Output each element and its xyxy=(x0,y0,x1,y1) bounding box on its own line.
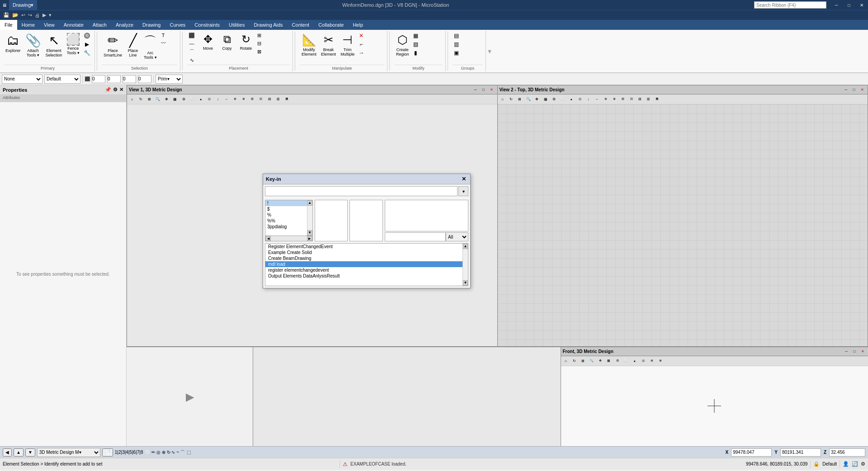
v1-home[interactable]: ⌂ xyxy=(128,95,136,103)
v2-btn4[interactable]: ↕ xyxy=(585,95,593,103)
qa-save[interactable]: 💾 xyxy=(2,12,11,18)
v2-settings[interactable]: ⚙ xyxy=(550,95,558,103)
v1-btn3[interactable]: ◎ xyxy=(205,95,213,103)
v2-btn7[interactable]: ⊗ xyxy=(610,95,618,103)
v1-btn2[interactable]: ● xyxy=(197,95,205,103)
history-item-5[interactable]: register elementchangedevent xyxy=(265,267,462,273)
v3-btn9[interactable]: ● xyxy=(631,357,639,365)
close-button[interactable]: ✕ xyxy=(855,0,868,10)
qa-undo[interactable]: ↩ xyxy=(20,12,27,18)
v2-btn9[interactable]: ⊟ xyxy=(627,95,636,103)
nav-back[interactable]: ◀ xyxy=(3,448,12,457)
v3-btn10[interactable]: ◎ xyxy=(639,357,647,365)
color-dropdown[interactable]: Default xyxy=(44,75,80,84)
rotate-button[interactable]: ↻ Rotate xyxy=(237,32,255,56)
model-dropdown[interactable]: 3D Metric Design M▾ xyxy=(37,448,100,457)
weight-input3[interactable] xyxy=(123,75,136,83)
keyin-item-exclaim[interactable]: ! xyxy=(265,200,307,206)
extend-btn[interactable]: → xyxy=(357,49,365,57)
line-small-btn[interactable]: — xyxy=(187,40,196,47)
level-dropdown[interactable]: None xyxy=(2,75,42,84)
v1-btn1[interactable]: ⬜ xyxy=(188,95,196,103)
break-element-button[interactable]: ✂ BreakElement xyxy=(319,32,338,58)
menu-analyze[interactable]: Analyze xyxy=(111,20,138,30)
history-item-1[interactable]: Register ElementChangedEvent xyxy=(265,244,462,250)
keyin-close-btn[interactable]: ✕ xyxy=(460,175,467,183)
v2-btn11[interactable]: ▥ xyxy=(645,95,653,103)
wave-small-btn[interactable]: 〰 xyxy=(160,39,167,47)
weight-input2[interactable] xyxy=(107,75,121,83)
fence-tools-button[interactable]: ⬜ FenceTools ▾ xyxy=(65,32,82,57)
v2-btn3[interactable]: ◎ xyxy=(576,95,584,103)
v3-btn2[interactable]: ↻ xyxy=(571,357,579,365)
v2-zoom[interactable]: 🔍 xyxy=(524,95,533,103)
menu-content[interactable]: Content xyxy=(288,20,314,30)
v2-btn10[interactable]: ▤ xyxy=(636,95,644,103)
attach-tools-button[interactable]: 📎 AttachTools ▾ xyxy=(24,32,43,59)
ribbon-small-btn2[interactable]: ▶ xyxy=(82,40,92,48)
delete-btn[interactable]: ✕ xyxy=(357,32,365,40)
hatch-btn[interactable]: ▦ xyxy=(412,32,420,40)
arc-small-btn[interactable]: ⌒ xyxy=(187,47,196,56)
v1-btn5[interactable]: ↔ xyxy=(222,95,231,103)
v2-home[interactable]: ⌂ xyxy=(499,95,507,103)
scale-btn[interactable]: ⊞ xyxy=(256,32,263,39)
v3-btn7[interactable]: ⚙ xyxy=(613,357,622,365)
properties-pin-icon[interactable]: 📌 xyxy=(105,87,111,93)
nav-up[interactable]: ▲ xyxy=(14,448,24,457)
explorer-button[interactable]: 🗂 Explorer xyxy=(4,32,23,54)
v3-btn11[interactable]: ⊕ xyxy=(648,357,656,365)
view3-close[interactable]: ✕ xyxy=(859,348,866,355)
keyin-filter-input[interactable] xyxy=(385,232,446,241)
v2-btn2[interactable]: ● xyxy=(567,95,576,103)
view2-restore[interactable]: □ xyxy=(850,86,858,94)
qa-print[interactable]: 🖨 xyxy=(33,13,41,18)
menu-constraints[interactable]: Constraints xyxy=(190,20,224,30)
menu-utilities[interactable]: Utilities xyxy=(224,20,249,30)
v1-fit[interactable]: ⊠ xyxy=(145,95,153,103)
view2-close[interactable]: ✕ xyxy=(859,86,866,94)
v2-pan[interactable]: ✥ xyxy=(533,95,541,103)
pattern-btn[interactable]: ▧ xyxy=(412,40,420,48)
v3-btn1[interactable]: ⌂ xyxy=(562,357,570,365)
menu-drawing[interactable]: Drawing xyxy=(138,20,165,30)
v1-zoom-in[interactable]: 🔍 xyxy=(154,95,162,103)
menu-home[interactable]: Home xyxy=(17,20,39,30)
menu-view[interactable]: View xyxy=(39,20,59,30)
v1-settings[interactable]: ⚙ xyxy=(179,95,188,103)
v2-rotate[interactable]: ↻ xyxy=(507,95,515,103)
ribbon-small-btn1[interactable]: 🔘 xyxy=(82,32,92,40)
qa-open[interactable]: 📂 xyxy=(11,12,20,18)
menu-drawing-aids[interactable]: Drawing Aids xyxy=(249,20,287,30)
style-dropdown[interactable]: Prim▾ xyxy=(156,75,183,84)
view2-min[interactable]: ─ xyxy=(842,86,849,94)
v1-render[interactable]: ▦ xyxy=(171,95,179,103)
expand-arrow-icon[interactable]: ▶ xyxy=(186,391,194,403)
keyin-sb-down[interactable]: ▼ xyxy=(307,230,312,236)
properties-close-icon[interactable]: ✕ xyxy=(119,87,123,93)
v1-rotate[interactable]: ↻ xyxy=(137,95,145,103)
v1-pan[interactable]: ✥ xyxy=(162,95,170,103)
fill-btn[interactable]: ▮ xyxy=(412,49,420,57)
qa-run[interactable]: ▶ xyxy=(41,12,47,18)
qa-redo[interactable]: ↪ xyxy=(27,12,33,18)
view1-close[interactable]: ✕ xyxy=(488,86,495,94)
menu-curves[interactable]: Curves xyxy=(165,20,190,30)
keyin-item-dollar[interactable]: $ xyxy=(265,206,307,212)
keyin-item-3ppdialog[interactable]: 3ppdialog xyxy=(265,224,307,230)
keyin-hscroll-right[interactable]: ▶ xyxy=(307,236,312,241)
arc-tools-button[interactable]: ⌒ ArcTools ▾ xyxy=(142,32,159,61)
modify-element-button[interactable]: 📐 ModifyElement xyxy=(300,32,318,58)
menu-collaborate[interactable]: Collaborate xyxy=(314,20,348,30)
dot-small-btn[interactable]: ⬛ xyxy=(187,32,196,39)
v1-btn12[interactable]: 🔳 xyxy=(283,95,291,103)
v3-btn6[interactable]: ▦ xyxy=(605,357,613,365)
keyin-sb-up[interactable]: ▲ xyxy=(307,200,312,206)
view3-restore[interactable]: □ xyxy=(851,348,858,355)
element-selection-button[interactable]: ↖ ElementSelection xyxy=(44,32,64,59)
v1-btn4[interactable]: ↕ xyxy=(214,95,222,103)
v2-render[interactable]: ▦ xyxy=(542,95,550,103)
history-item-3[interactable]: Create BeamDrawing xyxy=(265,255,462,261)
qa-dropdown[interactable]: ▾ xyxy=(47,12,53,18)
history-item-4[interactable]: mdl load xyxy=(265,261,462,267)
